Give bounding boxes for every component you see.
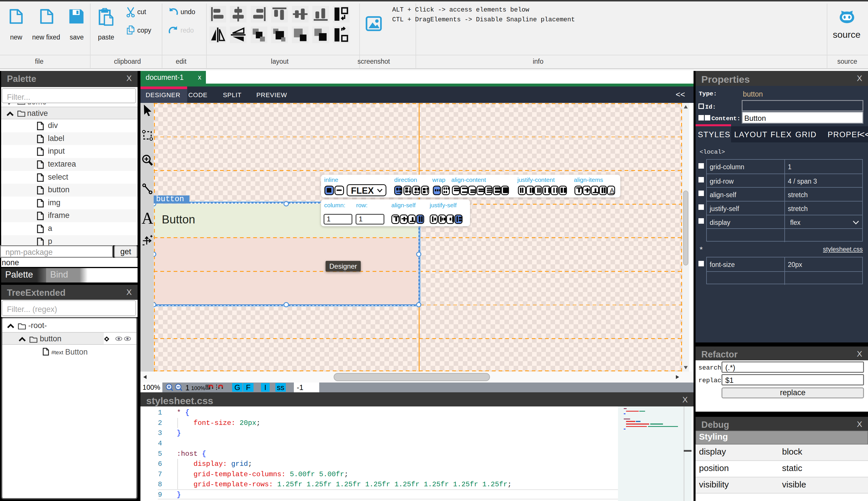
svg-text:A: A: [610, 187, 614, 194]
